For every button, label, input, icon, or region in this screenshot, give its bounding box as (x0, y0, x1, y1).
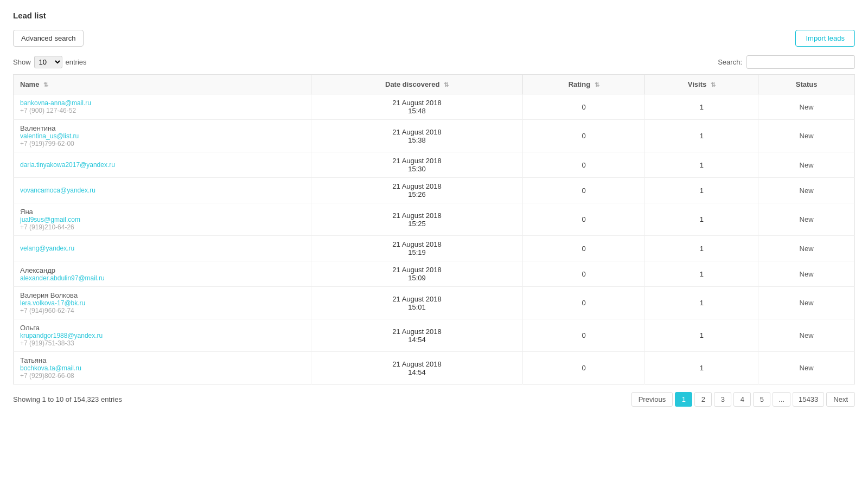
cell-date-5: 21 August 201815:19 (311, 236, 523, 261)
cell-rating-8: 0 (523, 319, 645, 352)
cell-status-2: New (758, 152, 855, 178)
cell-name-7: Валерия Волковаlera.volkova-17@bk.ru+7 (… (14, 287, 311, 319)
cell-rating-4: 0 (523, 203, 645, 236)
table-row[interactable]: velang@yandex.ru21 August 201815:1901New (14, 236, 855, 261)
advanced-search-button[interactable]: Advanced search (13, 30, 84, 47)
lead-phone: +7 (919)751-38-33 (20, 339, 304, 347)
lead-phone: +7 (919)799-62-00 (20, 140, 304, 147)
prev-button[interactable]: Previous (631, 392, 673, 407)
lead-email[interactable]: lera.volkova-17@bk.ru (20, 299, 304, 307)
lead-email[interactable]: vovancamoca@yandex.ru (20, 187, 304, 194)
cell-status-0: New (758, 94, 855, 120)
page-button-4[interactable]: 4 (733, 392, 751, 407)
lead-name: Александр (20, 266, 304, 274)
sort-icon-name: ⇅ (43, 81, 48, 88)
lead-email[interactable]: bankovna-anna@mail.ru (20, 99, 304, 107)
import-leads-button[interactable]: Import leads (795, 30, 855, 47)
cell-status-9: New (758, 352, 855, 384)
show-entries: Show 10 25 50 100 entries (13, 56, 87, 68)
page-title: Lead list (13, 11, 855, 20)
sort-icon-visits: ⇅ (711, 81, 716, 88)
entries-label: entries (66, 58, 87, 66)
cell-visits-4: 1 (645, 203, 758, 236)
cell-date-7: 21 August 201815:01 (311, 287, 523, 319)
cell-visits-7: 1 (645, 287, 758, 319)
lead-phone: +7 (919)210-64-26 (20, 223, 304, 231)
col-header-visits[interactable]: Visits ⇅ (645, 75, 758, 94)
col-header-name[interactable]: Name ⇅ (14, 75, 311, 94)
sort-icon-date: ⇅ (444, 81, 449, 88)
lead-email[interactable]: jual9sus@gmail.com (20, 216, 304, 223)
cell-date-9: 21 August 201814:54 (311, 352, 523, 384)
entries-select[interactable]: 10 25 50 100 (34, 56, 62, 68)
table-row[interactable]: Валентинаvalentina_us@list.ru+7 (919)799… (14, 120, 855, 152)
show-label: Show (13, 58, 31, 66)
page-button-ellipsis: ... (773, 392, 790, 407)
table-row[interactable]: Татьянаbochkova.ta@mail.ru+7 (929)802-66… (14, 352, 855, 384)
col-header-rating[interactable]: Rating ⇅ (523, 75, 645, 94)
page-button-2[interactable]: 2 (694, 392, 712, 407)
lead-email[interactable]: krupandgor1988@yandex.ru (20, 332, 304, 339)
search-label: Search: (718, 58, 742, 66)
table-row[interactable]: Александрalexander.abdulin97@mail.ru21 A… (14, 261, 855, 287)
cell-status-1: New (758, 120, 855, 152)
cell-rating-2: 0 (523, 152, 645, 178)
table-row[interactable]: daria.tinyakowa2017@yandex.ru21 August 2… (14, 152, 855, 178)
col-header-date[interactable]: Date discovered ⇅ (311, 75, 523, 94)
leads-table: Name ⇅ Date discovered ⇅ Rating ⇅ Visits… (13, 74, 855, 384)
page-button-3[interactable]: 3 (714, 392, 731, 407)
page-button-1[interactable]: 1 (675, 392, 692, 407)
cell-rating-1: 0 (523, 120, 645, 152)
cell-date-0: 21 August 201815:48 (311, 94, 523, 120)
cell-visits-8: 1 (645, 319, 758, 352)
table-row[interactable]: Янаjual9sus@gmail.com+7 (919)210-64-2621… (14, 203, 855, 236)
table-row[interactable]: vovancamoca@yandex.ru21 August 201815:26… (14, 178, 855, 203)
cell-visits-2: 1 (645, 152, 758, 178)
page-button-last[interactable]: 15433 (793, 392, 824, 407)
table-row[interactable]: bankovna-anna@mail.ru+7 (900) 127-46-522… (14, 94, 855, 120)
lead-name: Яна (20, 208, 304, 216)
cell-date-3: 21 August 201815:26 (311, 178, 523, 203)
lead-name: Татьяна (20, 356, 304, 364)
cell-date-8: 21 August 201814:54 (311, 319, 523, 352)
search-input[interactable] (746, 55, 855, 69)
lead-email[interactable]: velang@yandex.ru (20, 245, 304, 252)
cell-visits-3: 1 (645, 178, 758, 203)
cell-rating-9: 0 (523, 352, 645, 384)
lead-email[interactable]: valentina_us@list.ru (20, 132, 304, 140)
pagination-row: Showing 1 to 10 of 154,323 entries Previ… (13, 392, 855, 407)
lead-email[interactable]: alexander.abdulin97@mail.ru (20, 274, 304, 282)
next-button[interactable]: Next (826, 392, 855, 407)
cell-rating-3: 0 (523, 178, 645, 203)
cell-name-8: Ольгаkrupandgor1988@yandex.ru+7 (919)751… (14, 319, 311, 352)
page-button-5[interactable]: 5 (753, 392, 770, 407)
showing-text: Showing 1 to 10 of 154,323 entries (13, 395, 122, 403)
cell-name-4: Янаjual9sus@gmail.com+7 (919)210-64-26 (14, 203, 311, 236)
cell-status-4: New (758, 203, 855, 236)
toolbar: Advanced search Import leads (13, 30, 855, 47)
cell-status-5: New (758, 236, 855, 261)
col-header-status: Status (758, 75, 855, 94)
cell-name-6: Александрalexander.abdulin97@mail.ru (14, 261, 311, 287)
cell-visits-9: 1 (645, 352, 758, 384)
controls-row: Show 10 25 50 100 entries Search: (13, 55, 855, 69)
pagination: Previous 1 2 3 4 5 ... 15433 Next (631, 392, 855, 407)
lead-name: Ольга (20, 324, 304, 332)
table-header-row: Name ⇅ Date discovered ⇅ Rating ⇅ Visits… (14, 75, 855, 94)
cell-name-1: Валентинаvalentina_us@list.ru+7 (919)799… (14, 120, 311, 152)
lead-email[interactable]: daria.tinyakowa2017@yandex.ru (20, 161, 304, 169)
cell-date-4: 21 August 201815:25 (311, 203, 523, 236)
table-row[interactable]: Валерия Волковаlera.volkova-17@bk.ru+7 (… (14, 287, 855, 319)
cell-rating-0: 0 (523, 94, 645, 120)
table-row[interactable]: Ольгаkrupandgor1988@yandex.ru+7 (919)751… (14, 319, 855, 352)
cell-name-0: bankovna-anna@mail.ru+7 (900) 127-46-52 (14, 94, 311, 120)
cell-status-8: New (758, 319, 855, 352)
cell-visits-6: 1 (645, 261, 758, 287)
search-box: Search: (718, 55, 855, 69)
sort-icon-rating: ⇅ (595, 81, 599, 88)
cell-name-5: velang@yandex.ru (14, 236, 311, 261)
cell-visits-5: 1 (645, 236, 758, 261)
cell-visits-0: 1 (645, 94, 758, 120)
lead-name: Валентина (20, 124, 304, 132)
lead-email[interactable]: bochkova.ta@mail.ru (20, 364, 304, 372)
